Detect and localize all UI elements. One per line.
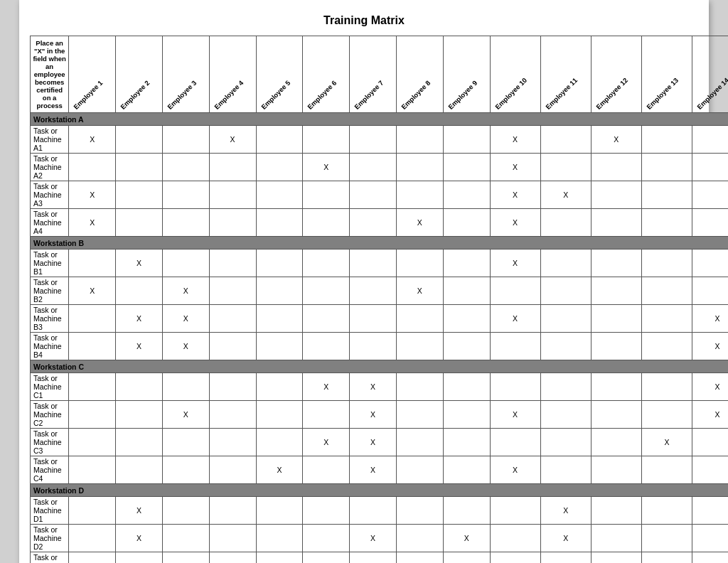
col-header-emp8: Employee 8 <box>396 36 443 113</box>
table-row: Task or Machine C4XXX3 <box>31 456 729 484</box>
page-title: Training Matrix <box>30 14 698 27</box>
col-header-emp1: Employee 1 <box>69 36 116 113</box>
table-row: Task or Machine D1XX2 <box>31 497 729 525</box>
col-header-emp11: Employee 11 <box>540 36 591 113</box>
col-header-emp6: Employee 6 <box>303 36 350 113</box>
table-row: Task or Machine A3XXX3 <box>31 181 729 209</box>
col-header-emp3: Employee 3 <box>162 36 209 113</box>
table-row: Task or Machine A1XXXX4 <box>31 126 729 154</box>
table-row: Task or Machine B3XXXX4 <box>31 305 729 333</box>
table-row: Task or Machine D3XX2 <box>31 552 729 564</box>
col-header-emp10: Employee 10 <box>490 36 540 113</box>
workstation-row-3: Workstation D <box>31 484 729 497</box>
col-header-emp5: Employee 5 <box>256 36 303 113</box>
workstation-row-0: Workstation A <box>31 113 729 126</box>
table-row: Task or Machine B4XXX3 <box>31 333 729 360</box>
table-row: Task or Machine B2XXX3 <box>31 277 729 305</box>
header-description: Place an "X" in the field when an employ… <box>31 36 69 113</box>
workstation-row-1: Workstation B <box>31 237 729 250</box>
table-row: Task or Machine C1XXX3 <box>31 373 729 401</box>
table-row: Task or Machine A4XXX3 <box>31 209 729 237</box>
col-header-emp13: Employee 13 <box>641 36 692 113</box>
training-matrix-table: Place an "X" in the field when an employ… <box>30 36 728 563</box>
col-header-emp4: Employee 4 <box>209 36 256 113</box>
table-row: Task or Machine B1XX2 <box>31 250 729 277</box>
col-header-emp12: Employee 12 <box>591 36 641 113</box>
page: Training Matrix Place an "X" in the fiel… <box>19 0 709 563</box>
col-header-emp7: Employee 7 <box>350 36 397 113</box>
col-header-emp14: Employee 14 <box>692 36 728 113</box>
table-row: Task or Machine C3XXX3 <box>31 429 729 456</box>
col-header-emp2: Employee 2 <box>116 36 163 113</box>
table-row: Task or Machine D2XXXX4 <box>31 525 729 552</box>
table-row: Task or Machine A2XX2 <box>31 154 729 181</box>
col-header-emp9: Employee 9 <box>443 36 490 113</box>
table-row: Task or Machine C2XXXX4 <box>31 401 729 429</box>
workstation-row-2: Workstation C <box>31 360 729 373</box>
